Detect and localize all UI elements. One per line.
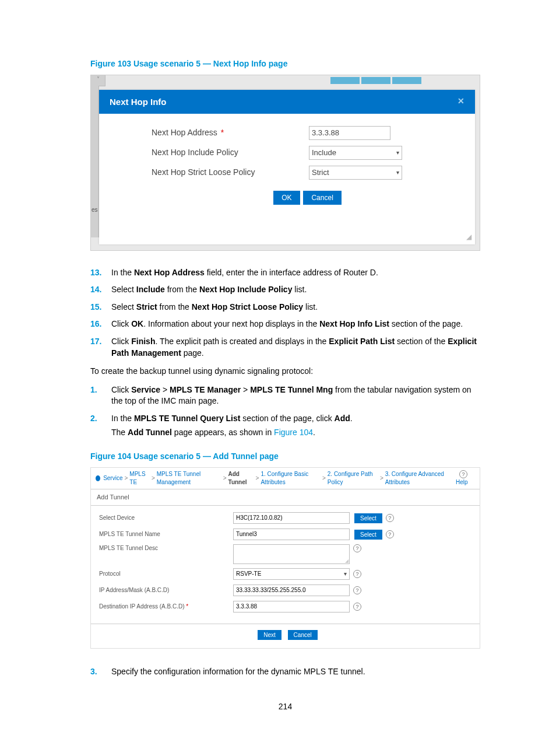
- bc-service[interactable]: Service: [103, 474, 122, 482]
- lead-paragraph: To create the backup tunnel using dynami…: [90, 366, 480, 377]
- bc-step2[interactable]: 2. Configure Path Policy: [328, 470, 378, 487]
- next-button[interactable]: Next: [258, 630, 281, 640]
- step-text: Select Include from the Next Hop Include…: [111, 284, 480, 296]
- help-link[interactable]: ?Help: [456, 470, 475, 487]
- steps-3: 3. Specify the configuration information…: [90, 666, 480, 678]
- breadcrumb: Service> MPLS TE> MPLS TE Tunnel Managem…: [91, 468, 480, 489]
- help-icon[interactable]: ?: [353, 586, 361, 594]
- protocol-value: RSVP-TE: [236, 570, 261, 578]
- panel-title: Add Tunnel: [91, 489, 480, 506]
- steps-13-17: 13. In the Next Hop Address field, enter…: [90, 267, 480, 359]
- tunnel-name-input[interactable]: Tunnel3: [233, 528, 350, 540]
- close-icon[interactable]: ✕: [458, 96, 464, 107]
- dialog-header: Next Hop Info ✕: [99, 90, 475, 114]
- step-subtext: The Add Tunnel page appears, as shown in…: [111, 427, 480, 439]
- step-number: 14.: [90, 284, 111, 296]
- protocol-label: Protocol: [99, 570, 233, 578]
- tunnel-name-label: MPLS TE Tunnel Name: [99, 530, 233, 538]
- ok-button[interactable]: OK: [273, 191, 300, 205]
- figure-104-caption: Figure 104 Usage scenario 5 — Add Tunnel…: [90, 451, 480, 463]
- figure-104-link[interactable]: Figure 104: [274, 428, 313, 437]
- bc-step1[interactable]: 1. Configure Basic Attributes: [261, 470, 320, 487]
- protocol-select[interactable]: RSVP-TE ▾: [233, 568, 350, 580]
- step-number: 1.: [90, 384, 111, 407]
- step-number: 13.: [90, 267, 111, 279]
- bc-step3[interactable]: 3. Configure Advanced Attributes: [385, 470, 454, 487]
- bc-add: Add Tunnel: [228, 470, 254, 487]
- background-tabs: [330, 77, 421, 84]
- help-icon: ?: [459, 470, 467, 478]
- tunnel-desc-label: MPLS TE Tunnel Desc: [99, 544, 233, 552]
- step-text: Click Finish. The explicit path is creat…: [111, 336, 480, 359]
- chevron-down-icon: ▾: [344, 570, 347, 578]
- step-number: 3.: [90, 666, 111, 678]
- toptab-chevron: ˅: [91, 75, 105, 86]
- refresh-icon[interactable]: [96, 475, 100, 481]
- step-text: Click OK. Information about your next ho…: [111, 318, 480, 330]
- help-icon[interactable]: ?: [386, 514, 394, 522]
- step-text: In the Next Hop Address field, enter the…: [111, 267, 480, 279]
- cancel-button[interactable]: Cancel: [303, 191, 341, 205]
- page-number: 214: [90, 701, 480, 713]
- select-device-input[interactable]: H3C(172.10.0.82): [233, 512, 350, 524]
- strict-loose-select[interactable]: Strict ▾: [309, 166, 402, 180]
- figure-103-screenshot: ˅ es Next Hop Info ✕ Next Hop Address * …: [90, 75, 480, 251]
- chevron-down-icon: ▾: [396, 149, 399, 157]
- dialog-title: Next Hop Info: [110, 96, 167, 108]
- resize-handle[interactable]: ◢: [466, 232, 471, 242]
- ip-mask-input[interactable]: 33.33.33.33/255.255.255.0: [233, 584, 350, 596]
- step-text: Specify the configuration information fo…: [111, 666, 480, 678]
- figure-104-screenshot: Service> MPLS TE> MPLS TE Tunnel Managem…: [90, 467, 480, 649]
- figure-103-caption: Figure 103 Usage scenario 5 — Next Hop I…: [90, 58, 480, 70]
- chevron-down-icon: ▾: [396, 169, 399, 177]
- strict-loose-value: Strict: [312, 167, 329, 178]
- step-text: Select Strict from the Next Hop Strict L…: [111, 302, 480, 313]
- next-hop-address-input[interactable]: 3.3.3.88: [309, 126, 390, 140]
- select-name-button[interactable]: Select: [354, 530, 382, 540]
- include-policy-value: Include: [312, 148, 336, 158]
- select-device-button[interactable]: Select: [354, 513, 382, 523]
- help-icon[interactable]: ?: [353, 544, 361, 552]
- bc-mplste[interactable]: MPLS TE: [129, 470, 150, 487]
- step-text: In the MPLS TE Tunnel Query List section…: [111, 413, 480, 425]
- step-text: Click Service > MPLS TE Manager > MPLS T…: [111, 384, 480, 407]
- next-hop-address-label: Next Hop Address *: [152, 127, 309, 139]
- side-label: es: [92, 206, 98, 214]
- bc-mgmt[interactable]: MPLS TE Tunnel Management: [157, 470, 221, 487]
- strict-loose-label: Next Hop Strict Loose Policy: [152, 167, 309, 178]
- next-hop-dialog: Next Hop Info ✕ Next Hop Address * 3.3.3…: [99, 90, 475, 244]
- step-number: 2.: [90, 413, 111, 425]
- include-policy-select[interactable]: Include ▾: [309, 146, 402, 160]
- step-number: 15.: [90, 302, 111, 313]
- help-icon[interactable]: ?: [353, 603, 361, 611]
- tunnel-desc-input[interactable]: [233, 544, 350, 564]
- steps-1-2: 1. Click Service > MPLS TE Manager > MPL…: [90, 384, 480, 444]
- select-device-label: Select Device: [99, 514, 233, 522]
- add-tunnel-form: Select Device H3C(172.10.0.82) Select ? …: [91, 506, 480, 624]
- step-number: 17.: [90, 336, 111, 359]
- help-icon[interactable]: ?: [386, 530, 394, 538]
- side-strip: es: [91, 86, 99, 237]
- step-number: 16.: [90, 318, 111, 330]
- include-policy-label: Next Hop Include Policy: [152, 147, 309, 159]
- help-icon[interactable]: ?: [353, 570, 361, 578]
- cancel-button[interactable]: Cancel: [288, 630, 318, 640]
- dest-ip-label: Destination IP Address (A.B.C.D) *: [99, 603, 233, 611]
- dialog-form: Next Hop Address * 3.3.3.88 Next Hop Inc…: [99, 114, 475, 211]
- dest-ip-input[interactable]: 3.3.3.88: [233, 601, 350, 612]
- ip-mask-label: IP Address/Mask (A.B.C.D): [99, 586, 233, 594]
